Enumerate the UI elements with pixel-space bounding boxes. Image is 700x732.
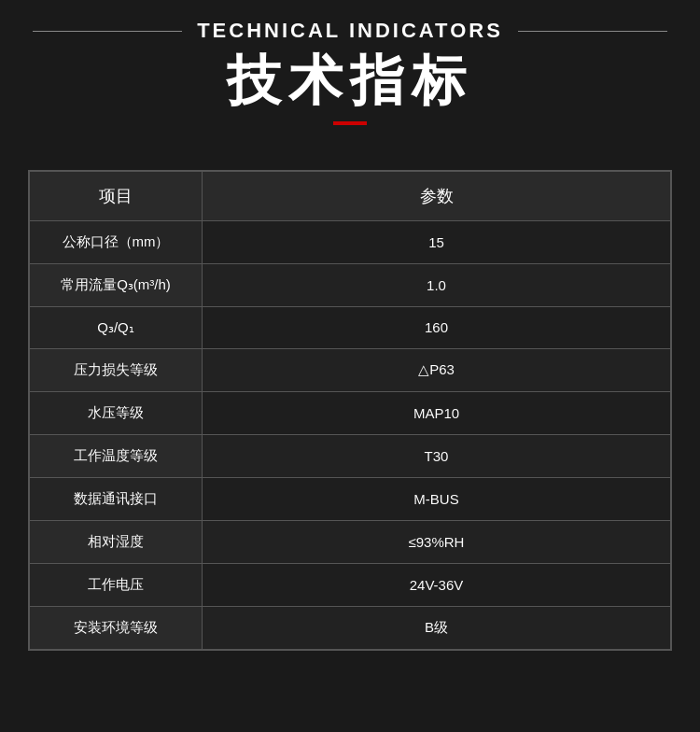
- table-row: Q₃/Q₁160: [30, 306, 671, 348]
- table-row: 工作电压24V-36V: [30, 563, 671, 606]
- table-row: 常用流量Q₃(m³/h)1.0: [30, 263, 671, 306]
- col-header-param: 参数: [203, 171, 671, 220]
- cell-param: M-BUS: [203, 477, 671, 520]
- cell-item: Q₃/Q₁: [30, 306, 203, 348]
- cell-item: 工作温度等级: [30, 434, 203, 477]
- cell-item: 常用流量Q₃(m³/h): [30, 263, 203, 306]
- cell-param: MAP10: [203, 391, 671, 434]
- table-row: 工作温度等级T30: [30, 434, 671, 477]
- cell-param: 24V-36V: [203, 563, 671, 606]
- cell-item: 相对湿度: [30, 520, 203, 563]
- table-row: 水压等级MAP10: [30, 391, 671, 434]
- table-header-row: 项目 参数: [30, 171, 671, 220]
- table-row: 相对湿度≤93%RH: [30, 520, 671, 563]
- cell-item: 安装环境等级: [30, 606, 203, 649]
- cell-param: 15: [203, 220, 671, 263]
- cell-item: 公称口径（mm）: [30, 220, 203, 263]
- table-row: 压力损失等级△P63: [30, 348, 671, 391]
- title-line-right: [518, 31, 667, 32]
- title-chinese: 技术指标: [28, 50, 672, 110]
- header-section: TECHNICAL INDICATORS 技术指标: [28, 19, 672, 151]
- cell-param: 1.0: [203, 263, 671, 306]
- table-row: 数据通讯接口M-BUS: [30, 477, 671, 520]
- cell-item: 工作电压: [30, 563, 203, 606]
- title-en-wrapper: TECHNICAL INDICATORS: [28, 19, 672, 43]
- title-line-left: [33, 31, 182, 32]
- table-row: 安装环境等级B级: [30, 606, 671, 649]
- indicators-table-container: 项目 参数 公称口径（mm）15常用流量Q₃(m³/h)1.0Q₃/Q₁160压…: [28, 170, 672, 651]
- cell-item: 压力损失等级: [30, 348, 203, 391]
- cell-item: 数据通讯接口: [30, 477, 203, 520]
- cell-param: T30: [203, 434, 671, 477]
- cell-param: △P63: [203, 348, 671, 391]
- col-header-item: 项目: [30, 171, 203, 220]
- cell-param: 160: [203, 306, 671, 348]
- title-english: TECHNICAL INDICATORS: [197, 19, 503, 43]
- cell-param: ≤93%RH: [203, 520, 671, 563]
- red-accent-bar: [333, 121, 367, 125]
- cell-param: B级: [203, 606, 671, 649]
- table-body: 公称口径（mm）15常用流量Q₃(m³/h)1.0Q₃/Q₁160压力损失等级△…: [30, 220, 671, 649]
- cell-item: 水压等级: [30, 391, 203, 434]
- table-row: 公称口径（mm）15: [30, 220, 671, 263]
- indicators-table: 项目 参数 公称口径（mm）15常用流量Q₃(m³/h)1.0Q₃/Q₁160压…: [29, 171, 671, 650]
